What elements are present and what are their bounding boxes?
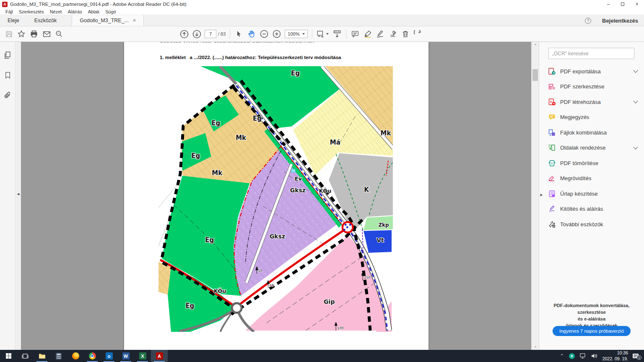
menu-view[interactable]: Nézet bbox=[47, 9, 65, 14]
tool-create-pdf[interactable]: PDF létrehozása bbox=[539, 94, 644, 110]
acrobat-app-icon: A bbox=[2, 2, 8, 7]
chevron-down-icon[interactable] bbox=[633, 99, 638, 103]
taskbar-excel[interactable]: X bbox=[134, 350, 151, 362]
roundabout-existing bbox=[232, 303, 242, 313]
tray-chevron-up-icon[interactable]: ⌃ bbox=[557, 353, 566, 359]
svg-text:100: 100 bbox=[338, 326, 344, 330]
find-icon[interactable] bbox=[53, 28, 65, 40]
comment-icon[interactable] bbox=[349, 28, 361, 40]
tray-volume-icon[interactable] bbox=[589, 353, 600, 359]
clock-time: 10:36 bbox=[602, 350, 628, 356]
zoom-out-icon[interactable] bbox=[258, 28, 270, 40]
tool-prepare-form[interactable]: Űrlap készítése bbox=[539, 186, 644, 202]
page-number-input[interactable] bbox=[205, 30, 216, 38]
label-eg-6: Eg bbox=[185, 302, 194, 310]
sign-icon[interactable] bbox=[374, 28, 387, 40]
zoom-in-icon[interactable] bbox=[270, 28, 283, 40]
tool-search-input[interactable] bbox=[548, 48, 634, 59]
document-area[interactable]: GÖDÖLLŐ VÁROS TELEPÜLÉSRENDEZÉSI ESZKÖZE… bbox=[21, 42, 539, 350]
collapse-panel-arrow-icon[interactable]: ► bbox=[540, 193, 543, 197]
previous-page-arrow-icon[interactable]: ◄ bbox=[16, 192, 20, 196]
fit-width-icon[interactable] bbox=[315, 28, 331, 40]
tool-combine-files[interactable]: Fájlok kombinálása bbox=[539, 125, 644, 140]
attachments-icon[interactable] bbox=[4, 91, 11, 101]
notification-center-icon[interactable]: 1 bbox=[631, 353, 642, 359]
tab-home[interactable]: Eleje bbox=[0, 15, 27, 26]
label-ma: Má bbox=[330, 139, 340, 146]
next-page-icon[interactable] bbox=[190, 28, 203, 40]
tool-fill-sign[interactable]: Kitöltés és aláírás bbox=[539, 202, 644, 217]
pdf-page: GÖDÖLLŐ VÁROS TELEPÜLÉSRENDEZÉSI ESZKÖZE… bbox=[124, 42, 428, 350]
tool-export-pdf[interactable]: PDF exportálása bbox=[539, 64, 644, 79]
tray-eset-icon[interactable]: e bbox=[566, 353, 577, 359]
tool-organize-pages[interactable]: Oldalak rendezése bbox=[539, 140, 644, 156]
chevron-down-icon[interactable] bbox=[633, 145, 638, 149]
zoom-level-select[interactable]: 100% bbox=[285, 30, 307, 38]
label-gksz-1: Gksz bbox=[290, 187, 306, 194]
scrollbar-thumb[interactable] bbox=[532, 69, 538, 81]
print-icon[interactable] bbox=[28, 28, 40, 40]
chevron-down-icon[interactable] bbox=[633, 68, 638, 73]
task-view-button[interactable] bbox=[17, 350, 34, 362]
taskbar-file-explorer[interactable] bbox=[34, 350, 50, 362]
stamp-icon[interactable] bbox=[387, 28, 399, 40]
menu-window[interactable]: Ablak bbox=[85, 9, 103, 14]
previous-page-icon[interactable] bbox=[178, 28, 190, 40]
bookmarks-icon[interactable] bbox=[4, 72, 11, 80]
menu-sign[interactable]: Aláírás bbox=[65, 9, 85, 14]
taskbar-firefox[interactable] bbox=[67, 350, 84, 362]
label-eg-1: Eg bbox=[291, 70, 300, 77]
previous-page-strip[interactable]: ◄ bbox=[16, 42, 21, 350]
vertical-scrollbar[interactable]: ⌃ ⌄ bbox=[531, 42, 539, 350]
taskbar-clock[interactable]: 10:36 2022. 09. 19. bbox=[600, 350, 631, 361]
rotate-icon[interactable] bbox=[412, 28, 424, 40]
tab-tools[interactable]: Eszközök bbox=[27, 15, 65, 26]
tool-comment[interactable]: Megjegyzés bbox=[539, 110, 644, 125]
label-k: K bbox=[364, 186, 369, 194]
minimize-button[interactable]: – bbox=[601, 0, 615, 8]
window-title: Godollo_M3_TRE_mod_partnersegi_0914.pdf … bbox=[10, 2, 187, 7]
page-count-label: / 83 bbox=[218, 31, 226, 36]
scroll-up-icon[interactable]: ⌃ bbox=[532, 44, 539, 48]
start-button[interactable] bbox=[0, 350, 17, 362]
svg-text:250: 250 bbox=[364, 276, 370, 279]
menu-edit[interactable]: Szerkesztés bbox=[16, 9, 47, 14]
select-tool-icon[interactable] bbox=[233, 28, 245, 40]
menu-file[interactable]: Fájl bbox=[3, 9, 16, 14]
scrolling-mode-icon[interactable] bbox=[331, 28, 343, 40]
trash-icon[interactable] bbox=[399, 28, 412, 40]
tool-compress-pdf[interactable]: PDF tömörítése bbox=[539, 155, 644, 171]
label-ev: Ev bbox=[295, 176, 302, 182]
restore-icon bbox=[621, 3, 624, 6]
taskbar-outlook[interactable]: o bbox=[101, 350, 117, 362]
save-icon[interactable] bbox=[3, 28, 15, 40]
close-button[interactable]: × bbox=[630, 0, 644, 8]
label-eg-2: Eg bbox=[253, 115, 262, 122]
chevron-down-icon bbox=[302, 33, 305, 35]
free-trial-button[interactable]: Ingyenes 7 napos próbaverzió bbox=[553, 326, 631, 336]
taskbar-calculator[interactable] bbox=[50, 350, 67, 362]
taskbar-word[interactable]: W bbox=[117, 350, 134, 362]
page-thumbnails-icon[interactable] bbox=[4, 51, 12, 61]
menu-help[interactable]: Súgó bbox=[102, 9, 119, 14]
label-vt: Vt bbox=[377, 237, 384, 243]
tool-more-tools[interactable]: További eszközök bbox=[539, 217, 644, 232]
restore-button[interactable] bbox=[615, 0, 630, 8]
highlight-icon[interactable] bbox=[361, 28, 374, 40]
tool-redact[interactable]: Megrövidítés bbox=[539, 171, 644, 186]
email-icon[interactable] bbox=[40, 28, 53, 40]
label-zkp: Zkp bbox=[378, 222, 389, 228]
scroll-down-icon[interactable]: ⌄ bbox=[532, 344, 539, 348]
zoning-map-svg: 50 60 250 100 Eg Eg Eg Eg Eg Eg Mk Mk Mk… bbox=[158, 66, 393, 332]
tab-close-icon[interactable]: × bbox=[133, 18, 136, 23]
star-icon[interactable] bbox=[15, 28, 28, 40]
taskbar-chrome[interactable] bbox=[84, 350, 101, 362]
hand-tool-icon[interactable] bbox=[245, 28, 258, 40]
main-toolbar: / 83 100% bbox=[0, 26, 644, 42]
tray-network-icon[interactable] bbox=[577, 353, 589, 359]
tab-document[interactable]: Godollo_M3_TRE_... × bbox=[72, 15, 144, 26]
help-icon[interactable]: ? bbox=[585, 18, 591, 24]
taskbar-acrobat[interactable]: A bbox=[151, 350, 168, 362]
sign-in-button[interactable]: Bejelentkezés bbox=[602, 18, 638, 24]
tool-edit-pdf[interactable]: PDF szerkesztése bbox=[539, 79, 644, 95]
